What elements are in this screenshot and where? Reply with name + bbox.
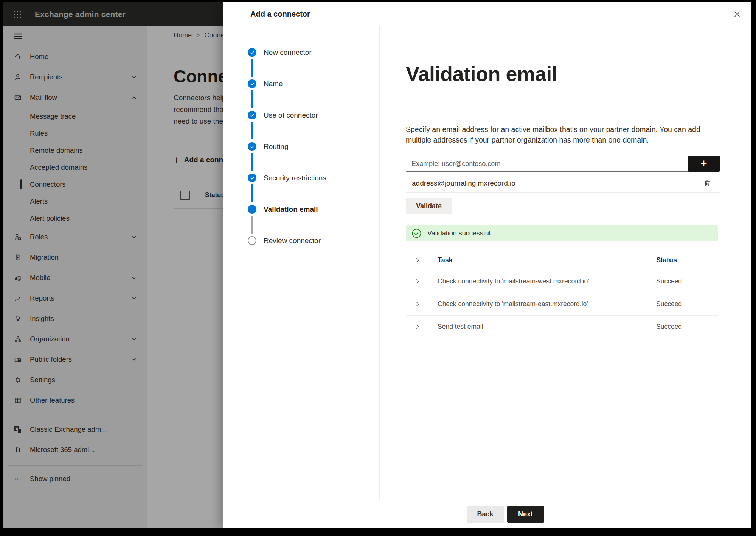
task-cell: Check connectivity to 'mailstream-east.m… xyxy=(438,300,656,308)
table-row: Send test email Succeed xyxy=(406,316,718,338)
step-complete-icon xyxy=(248,111,256,119)
expand-row-button[interactable] xyxy=(415,279,421,284)
status-column-header: Status xyxy=(656,256,718,264)
step-complete-icon xyxy=(248,79,256,88)
status-cell: Succeed xyxy=(656,323,718,331)
expand-row-button[interactable] xyxy=(415,301,421,307)
chevron-right-icon xyxy=(415,279,421,284)
plus-icon: + xyxy=(700,158,707,169)
step-security-restrictions[interactable]: Security restrictions xyxy=(248,174,379,205)
table-row: Check connectivity to 'mailstream-east.m… xyxy=(406,293,718,316)
step-routing[interactable]: Routing xyxy=(248,142,379,174)
close-icon xyxy=(733,10,741,19)
task-column-header: Task xyxy=(438,256,656,264)
step-complete-icon xyxy=(248,174,256,182)
email-address-input[interactable] xyxy=(406,156,688,172)
step-todo-icon xyxy=(248,236,256,245)
status-cell: Succeed xyxy=(656,277,718,285)
panel-title: Add a connector xyxy=(250,10,310,19)
step-review-connector[interactable]: Review connector xyxy=(248,236,379,268)
wizard-stepper: New connector Name Use of connector Rout… xyxy=(223,26,380,500)
validation-results-table: Task Status Check connectivity to 'mails… xyxy=(406,250,718,338)
back-button[interactable]: Back xyxy=(467,506,504,523)
add-connector-panel: Add a connector New connector Name Use o… xyxy=(223,2,751,528)
step-complete-icon xyxy=(248,142,256,151)
step-description: Specify an email address for an active m… xyxy=(406,124,705,145)
table-header-row: Task Status xyxy=(406,250,718,270)
step-complete-icon xyxy=(248,48,256,57)
validation-email-step-content: Validation email Specify an email addres… xyxy=(380,26,751,500)
task-cell: Check connectivity to 'mailstream-west.m… xyxy=(438,277,656,285)
chevron-right-icon xyxy=(415,301,421,307)
step-name[interactable]: Name xyxy=(248,79,379,111)
validate-button[interactable]: Validate xyxy=(406,198,452,214)
panel-footer: Back Next xyxy=(223,500,751,528)
trash-icon xyxy=(703,179,711,187)
expand-all-button[interactable] xyxy=(415,257,421,263)
validation-success-banner: Validation successful xyxy=(406,225,718,241)
task-cell: Send test email xyxy=(438,323,656,331)
chevron-right-icon xyxy=(415,257,421,263)
email-input-row: + xyxy=(406,156,720,172)
add-address-button[interactable]: + xyxy=(688,156,720,172)
expand-row-button[interactable] xyxy=(415,324,421,330)
table-row: Check connectivity to 'mailstream-west.m… xyxy=(406,270,718,293)
step-current-icon xyxy=(248,205,256,214)
step-heading: Validation email xyxy=(406,62,721,85)
banner-text: Validation successful xyxy=(427,229,491,237)
step-use-of-connector[interactable]: Use of connector xyxy=(248,111,379,142)
delete-address-button[interactable] xyxy=(703,179,711,187)
added-address-row: address@journaling.mxrecord.io xyxy=(406,174,720,193)
chevron-right-icon xyxy=(415,324,421,330)
status-cell: Succeed xyxy=(656,300,718,308)
app-window: Exchange admin center Home Recipients Ma… xyxy=(3,2,751,528)
added-address: address@journaling.mxrecord.io xyxy=(412,179,515,187)
panel-header: Add a connector xyxy=(223,2,751,26)
next-button[interactable]: Next xyxy=(507,506,544,523)
close-button[interactable] xyxy=(730,7,745,22)
step-validation-email[interactable]: Validation email xyxy=(248,205,379,236)
step-new-connector[interactable]: New connector xyxy=(248,48,379,79)
success-check-icon xyxy=(411,228,422,239)
